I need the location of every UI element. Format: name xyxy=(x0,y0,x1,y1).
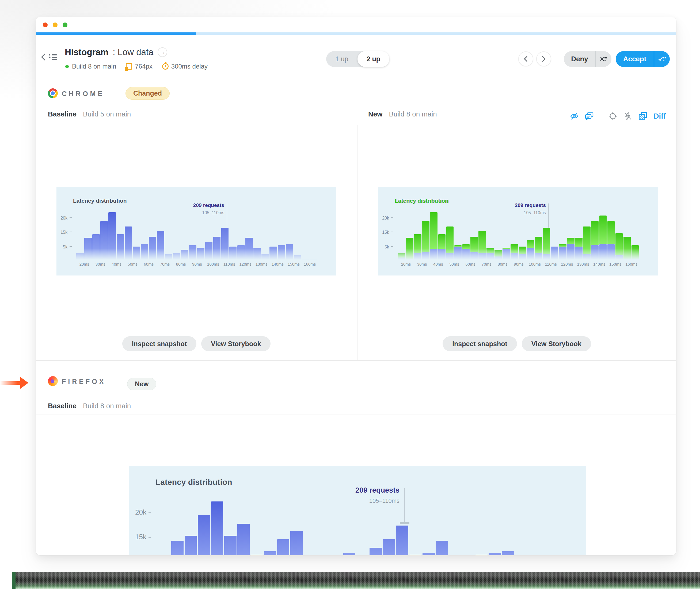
diff-highlight-bar xyxy=(591,221,599,245)
snapshot-tools: Diff xyxy=(570,111,666,122)
deny-split-button: Deny xyxy=(564,51,612,67)
accept-button[interactable]: Accept xyxy=(616,55,654,63)
callout-arrow xyxy=(0,377,28,389)
baseline-snapshot[interactable]: Latency distribution 20k15k5k20ms30ms40m… xyxy=(56,187,336,275)
bar-baseline-fade xyxy=(378,248,658,261)
diff-highlight-bar xyxy=(454,245,462,246)
toolbar-divider xyxy=(601,111,601,122)
histogram-bar xyxy=(396,526,408,556)
chart-title: Latency distribution xyxy=(73,198,127,204)
annotation-line xyxy=(548,203,549,228)
inspect-snapshot-button[interactable]: Inspect snapshot xyxy=(122,336,197,351)
firefox-baseline-snapshot[interactable]: Latency distribution 20k15k 209 requests… xyxy=(129,466,586,556)
histogram-bar xyxy=(436,541,448,556)
histogram-bar xyxy=(502,551,514,556)
app-window: Histogram : Low data → Build 8 on main 7… xyxy=(36,17,676,556)
diff-highlight-bar xyxy=(430,212,437,249)
view-storybook-button[interactable]: View Storybook xyxy=(522,336,591,351)
batch-deny-button[interactable] xyxy=(596,56,612,62)
next-change-button[interactable] xyxy=(536,51,551,66)
view-storybook-button[interactable]: View Storybook xyxy=(201,336,271,351)
close-window-button[interactable] xyxy=(43,22,48,27)
annotation-sublabel: 105–110ms xyxy=(202,210,224,215)
histogram-bar xyxy=(290,531,303,556)
status-badge-changed: Changed xyxy=(125,87,169,100)
y-axis-tick: 20k xyxy=(56,216,72,221)
timer-icon xyxy=(162,63,168,69)
y-axis-tick: 15k xyxy=(129,533,151,541)
status-badge-new: New xyxy=(127,378,156,390)
batch-accept-button[interactable] xyxy=(654,56,670,62)
callout-arrow-head xyxy=(20,377,28,389)
histogram-bar xyxy=(237,524,250,556)
chrome-browser-icon xyxy=(48,88,58,98)
annotation-sublabel: 105–110ms xyxy=(369,498,399,505)
new-label: New xyxy=(368,110,382,118)
x-axis-label: 160ms xyxy=(299,262,321,266)
delay-value: 300ms delay xyxy=(171,63,208,70)
build-progress-fill xyxy=(36,32,196,35)
comments-icon[interactable] xyxy=(585,112,594,121)
diff-overlay-icon[interactable] xyxy=(638,112,648,121)
baseline-label: Baseline xyxy=(48,110,76,118)
previous-change-button[interactable] xyxy=(518,51,533,66)
flash-off-icon[interactable] xyxy=(623,112,632,121)
histogram-bar xyxy=(475,555,488,556)
build-meta-row: Build 8 on main 764px 300ms delay xyxy=(65,63,208,70)
baseline-build: Build 5 on main xyxy=(83,110,131,118)
divider xyxy=(36,414,676,414)
annotation-label: 209 requests xyxy=(515,202,546,208)
diff-highlight-bar xyxy=(422,221,429,252)
diff-highlight-bar xyxy=(567,238,575,244)
histogram-bar xyxy=(383,539,395,556)
arrow-right-circle-icon[interactable]: → xyxy=(157,47,167,57)
eye-off-icon[interactable] xyxy=(570,112,579,121)
histogram-bar xyxy=(488,553,501,556)
annotation-label: 209 requests xyxy=(355,486,399,495)
x-axis-label: 160ms xyxy=(621,262,642,266)
story-list-icon[interactable] xyxy=(49,53,58,61)
histogram-bar xyxy=(264,551,276,556)
story-header: Histogram : Low data → xyxy=(65,47,167,57)
y-axis-tick: 5k xyxy=(56,245,72,249)
view-mode-toggle: 1 up 2 up xyxy=(326,51,389,67)
histogram-bar xyxy=(277,539,290,556)
deny-button[interactable]: Deny xyxy=(564,55,595,63)
accept-split-button: Accept xyxy=(616,51,670,67)
pane-divider xyxy=(357,125,357,360)
histogram-bar xyxy=(185,536,197,556)
firefox-browser-icon xyxy=(48,376,58,386)
browser-name-firefox: FIREFOX xyxy=(62,378,106,386)
back-button[interactable] xyxy=(40,53,47,61)
diff-highlight-bar xyxy=(575,238,583,246)
new-build: Build 8 on main xyxy=(389,110,437,118)
histogram-bar xyxy=(171,541,184,556)
bar-baseline-fade xyxy=(56,248,336,261)
histogram-bar xyxy=(409,555,422,556)
divider xyxy=(36,360,676,361)
diff-highlight-bar xyxy=(438,234,446,248)
annotation-sublabel: 105–110ms xyxy=(524,210,546,215)
histogram-bar xyxy=(224,536,237,556)
build-status: Build 8 on main xyxy=(72,63,116,70)
build-status-dot xyxy=(65,65,69,68)
diff-highlight-bar xyxy=(559,244,567,246)
viewport-size: 764px xyxy=(135,63,152,70)
y-axis-tick: 20k xyxy=(378,216,393,221)
inspect-snapshot-button[interactable]: Inspect snapshot xyxy=(442,336,517,351)
browser-name-chrome: CHROME xyxy=(62,90,104,98)
zoom-window-button[interactable] xyxy=(63,22,67,27)
callout-arrow-tail xyxy=(0,381,22,385)
diff-highlight-bar xyxy=(608,221,615,244)
histogram-bar xyxy=(211,502,224,556)
build-progress-bar xyxy=(36,32,676,35)
new-snapshot-diff[interactable]: Latency distribution 20k15k5k20ms30ms40m… xyxy=(378,187,658,275)
annotation-line xyxy=(227,203,227,228)
diff-toggle-label[interactable]: Diff xyxy=(654,112,666,121)
new-pane-actions: Inspect snapshot View Storybook xyxy=(357,336,676,351)
toggle-1up[interactable]: 1 up xyxy=(326,51,357,67)
toggle-2up[interactable]: 2 up xyxy=(357,51,389,67)
minimize-window-button[interactable] xyxy=(53,22,57,27)
baseline-label: Baseline xyxy=(48,402,76,410)
crosshair-icon[interactable] xyxy=(608,112,617,121)
